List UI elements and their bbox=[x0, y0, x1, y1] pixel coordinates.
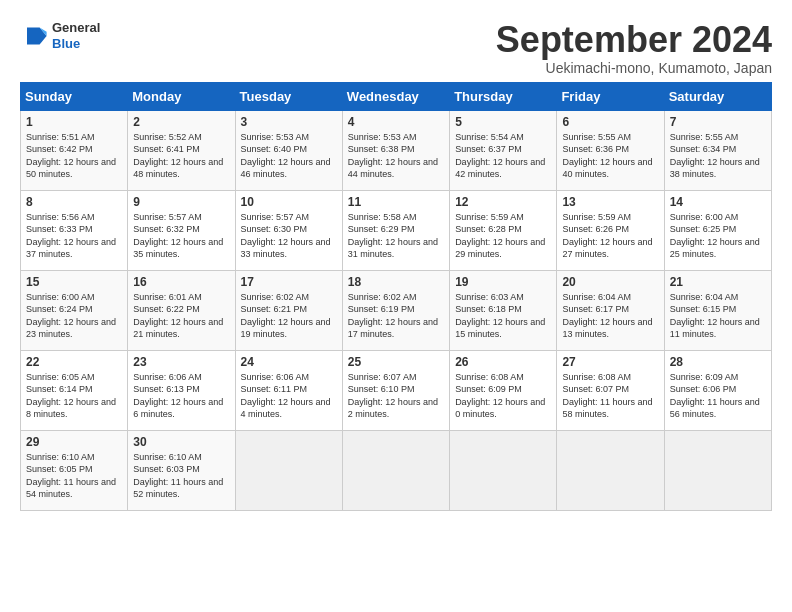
page-header: General Blue September 2024 Uekimachi-mo… bbox=[20, 20, 772, 76]
cell-content: Sunrise: 6:02 AMSunset: 6:19 PMDaylight:… bbox=[348, 292, 438, 340]
day-number: 2 bbox=[133, 115, 229, 129]
weekday-header: Saturday bbox=[664, 82, 771, 110]
calendar-cell: 6 Sunrise: 5:55 AMSunset: 6:36 PMDayligh… bbox=[557, 110, 664, 190]
cell-content: Sunrise: 5:59 AMSunset: 6:26 PMDaylight:… bbox=[562, 212, 652, 260]
calendar-cell bbox=[342, 430, 449, 510]
weekday-header: Wednesday bbox=[342, 82, 449, 110]
cell-content: Sunrise: 6:10 AMSunset: 6:03 PMDaylight:… bbox=[133, 452, 223, 500]
cell-content: Sunrise: 6:08 AMSunset: 6:09 PMDaylight:… bbox=[455, 372, 545, 420]
day-number: 1 bbox=[26, 115, 122, 129]
calendar-week-row: 29 Sunrise: 6:10 AMSunset: 6:05 PMDaylig… bbox=[21, 430, 772, 510]
cell-content: Sunrise: 6:01 AMSunset: 6:22 PMDaylight:… bbox=[133, 292, 223, 340]
logo-icon bbox=[20, 22, 48, 50]
day-number: 21 bbox=[670, 275, 766, 289]
day-number: 12 bbox=[455, 195, 551, 209]
cell-content: Sunrise: 5:57 AMSunset: 6:32 PMDaylight:… bbox=[133, 212, 223, 260]
calendar-cell: 1 Sunrise: 5:51 AMSunset: 6:42 PMDayligh… bbox=[21, 110, 128, 190]
day-number: 5 bbox=[455, 115, 551, 129]
calendar-week-row: 8 Sunrise: 5:56 AMSunset: 6:33 PMDayligh… bbox=[21, 190, 772, 270]
calendar-cell: 2 Sunrise: 5:52 AMSunset: 6:41 PMDayligh… bbox=[128, 110, 235, 190]
calendar-week-row: 22 Sunrise: 6:05 AMSunset: 6:14 PMDaylig… bbox=[21, 350, 772, 430]
day-number: 24 bbox=[241, 355, 337, 369]
calendar-cell: 4 Sunrise: 5:53 AMSunset: 6:38 PMDayligh… bbox=[342, 110, 449, 190]
cell-content: Sunrise: 5:51 AMSunset: 6:42 PMDaylight:… bbox=[26, 132, 116, 180]
weekday-header: Friday bbox=[557, 82, 664, 110]
cell-content: Sunrise: 6:00 AMSunset: 6:25 PMDaylight:… bbox=[670, 212, 760, 260]
day-number: 8 bbox=[26, 195, 122, 209]
calendar-week-row: 1 Sunrise: 5:51 AMSunset: 6:42 PMDayligh… bbox=[21, 110, 772, 190]
day-number: 27 bbox=[562, 355, 658, 369]
calendar-cell: 10 Sunrise: 5:57 AMSunset: 6:30 PMDaylig… bbox=[235, 190, 342, 270]
day-number: 16 bbox=[133, 275, 229, 289]
cell-content: Sunrise: 6:00 AMSunset: 6:24 PMDaylight:… bbox=[26, 292, 116, 340]
calendar-cell: 27 Sunrise: 6:08 AMSunset: 6:07 PMDaylig… bbox=[557, 350, 664, 430]
cell-content: Sunrise: 6:09 AMSunset: 6:06 PMDaylight:… bbox=[670, 372, 760, 420]
logo: General Blue bbox=[20, 20, 100, 51]
calendar-cell: 7 Sunrise: 5:55 AMSunset: 6:34 PMDayligh… bbox=[664, 110, 771, 190]
day-number: 15 bbox=[26, 275, 122, 289]
cell-content: Sunrise: 6:08 AMSunset: 6:07 PMDaylight:… bbox=[562, 372, 652, 420]
cell-content: Sunrise: 6:02 AMSunset: 6:21 PMDaylight:… bbox=[241, 292, 331, 340]
cell-content: Sunrise: 6:06 AMSunset: 6:11 PMDaylight:… bbox=[241, 372, 331, 420]
day-number: 10 bbox=[241, 195, 337, 209]
cell-content: Sunrise: 6:06 AMSunset: 6:13 PMDaylight:… bbox=[133, 372, 223, 420]
day-number: 11 bbox=[348, 195, 444, 209]
calendar-cell: 20 Sunrise: 6:04 AMSunset: 6:17 PMDaylig… bbox=[557, 270, 664, 350]
calendar-cell: 5 Sunrise: 5:54 AMSunset: 6:37 PMDayligh… bbox=[450, 110, 557, 190]
day-number: 29 bbox=[26, 435, 122, 449]
day-number: 25 bbox=[348, 355, 444, 369]
calendar-table: SundayMondayTuesdayWednesdayThursdayFrid… bbox=[20, 82, 772, 511]
calendar-cell: 29 Sunrise: 6:10 AMSunset: 6:05 PMDaylig… bbox=[21, 430, 128, 510]
cell-content: Sunrise: 6:04 AMSunset: 6:17 PMDaylight:… bbox=[562, 292, 652, 340]
calendar-cell: 11 Sunrise: 5:58 AMSunset: 6:29 PMDaylig… bbox=[342, 190, 449, 270]
day-number: 18 bbox=[348, 275, 444, 289]
calendar-cell: 19 Sunrise: 6:03 AMSunset: 6:18 PMDaylig… bbox=[450, 270, 557, 350]
cell-content: Sunrise: 5:55 AMSunset: 6:36 PMDaylight:… bbox=[562, 132, 652, 180]
cell-content: Sunrise: 5:53 AMSunset: 6:38 PMDaylight:… bbox=[348, 132, 438, 180]
calendar-cell: 16 Sunrise: 6:01 AMSunset: 6:22 PMDaylig… bbox=[128, 270, 235, 350]
weekday-header: Tuesday bbox=[235, 82, 342, 110]
calendar-cell: 18 Sunrise: 6:02 AMSunset: 6:19 PMDaylig… bbox=[342, 270, 449, 350]
day-number: 7 bbox=[670, 115, 766, 129]
day-number: 4 bbox=[348, 115, 444, 129]
day-number: 9 bbox=[133, 195, 229, 209]
calendar-cell: 13 Sunrise: 5:59 AMSunset: 6:26 PMDaylig… bbox=[557, 190, 664, 270]
calendar-cell: 24 Sunrise: 6:06 AMSunset: 6:11 PMDaylig… bbox=[235, 350, 342, 430]
day-number: 30 bbox=[133, 435, 229, 449]
weekday-header-row: SundayMondayTuesdayWednesdayThursdayFrid… bbox=[21, 82, 772, 110]
cell-content: Sunrise: 5:54 AMSunset: 6:37 PMDaylight:… bbox=[455, 132, 545, 180]
calendar-cell: 21 Sunrise: 6:04 AMSunset: 6:15 PMDaylig… bbox=[664, 270, 771, 350]
calendar-cell: 15 Sunrise: 6:00 AMSunset: 6:24 PMDaylig… bbox=[21, 270, 128, 350]
calendar-cell: 25 Sunrise: 6:07 AMSunset: 6:10 PMDaylig… bbox=[342, 350, 449, 430]
weekday-header: Sunday bbox=[21, 82, 128, 110]
cell-content: Sunrise: 6:07 AMSunset: 6:10 PMDaylight:… bbox=[348, 372, 438, 420]
cell-content: Sunrise: 5:52 AMSunset: 6:41 PMDaylight:… bbox=[133, 132, 223, 180]
calendar-cell: 28 Sunrise: 6:09 AMSunset: 6:06 PMDaylig… bbox=[664, 350, 771, 430]
day-number: 17 bbox=[241, 275, 337, 289]
calendar-cell bbox=[450, 430, 557, 510]
cell-content: Sunrise: 6:04 AMSunset: 6:15 PMDaylight:… bbox=[670, 292, 760, 340]
cell-content: Sunrise: 5:55 AMSunset: 6:34 PMDaylight:… bbox=[670, 132, 760, 180]
day-number: 3 bbox=[241, 115, 337, 129]
day-number: 26 bbox=[455, 355, 551, 369]
cell-content: Sunrise: 5:58 AMSunset: 6:29 PMDaylight:… bbox=[348, 212, 438, 260]
title-section: September 2024 Uekimachi-mono, Kumamoto,… bbox=[496, 20, 772, 76]
weekday-header: Thursday bbox=[450, 82, 557, 110]
day-number: 22 bbox=[26, 355, 122, 369]
calendar-cell: 22 Sunrise: 6:05 AMSunset: 6:14 PMDaylig… bbox=[21, 350, 128, 430]
day-number: 6 bbox=[562, 115, 658, 129]
calendar-cell: 30 Sunrise: 6:10 AMSunset: 6:03 PMDaylig… bbox=[128, 430, 235, 510]
calendar-cell: 3 Sunrise: 5:53 AMSunset: 6:40 PMDayligh… bbox=[235, 110, 342, 190]
logo-text: General Blue bbox=[52, 20, 100, 51]
day-number: 28 bbox=[670, 355, 766, 369]
calendar-cell: 9 Sunrise: 5:57 AMSunset: 6:32 PMDayligh… bbox=[128, 190, 235, 270]
cell-content: Sunrise: 5:56 AMSunset: 6:33 PMDaylight:… bbox=[26, 212, 116, 260]
calendar-cell: 12 Sunrise: 5:59 AMSunset: 6:28 PMDaylig… bbox=[450, 190, 557, 270]
day-number: 19 bbox=[455, 275, 551, 289]
day-number: 14 bbox=[670, 195, 766, 209]
calendar-cell: 14 Sunrise: 6:00 AMSunset: 6:25 PMDaylig… bbox=[664, 190, 771, 270]
cell-content: Sunrise: 6:10 AMSunset: 6:05 PMDaylight:… bbox=[26, 452, 116, 500]
calendar-cell: 26 Sunrise: 6:08 AMSunset: 6:09 PMDaylig… bbox=[450, 350, 557, 430]
cell-content: Sunrise: 6:03 AMSunset: 6:18 PMDaylight:… bbox=[455, 292, 545, 340]
calendar-cell bbox=[557, 430, 664, 510]
